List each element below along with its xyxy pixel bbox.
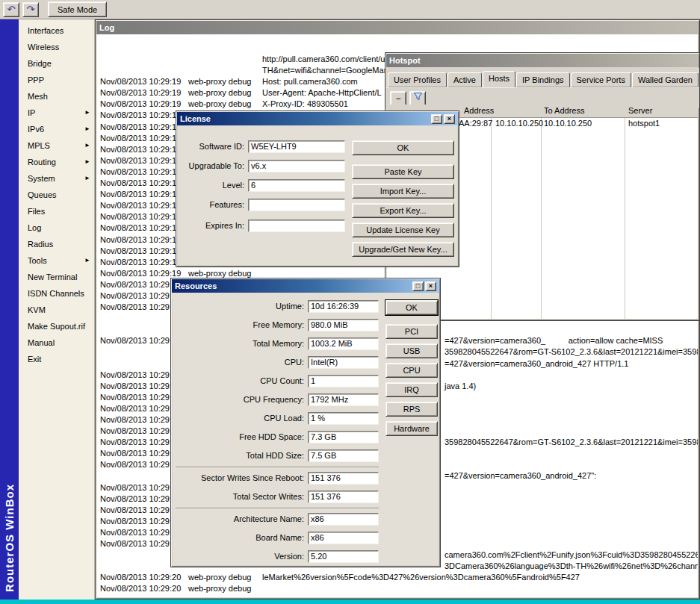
field-value[interactable]: 7.5 GB — [308, 449, 379, 462]
sidebar-item[interactable]: ISDN Channels — [19, 285, 94, 302]
dialog-button[interactable]: USB — [385, 343, 438, 358]
hotspot-tab[interactable]: Walled Garden — [632, 72, 699, 87]
field-label: CPU Count: — [176, 376, 304, 385]
dialog-button[interactable]: OK — [385, 300, 438, 315]
sidebar-item[interactable]: Log — [19, 220, 94, 236]
dialog-button[interactable]: PCI — [385, 324, 438, 339]
sidebar-item[interactable]: IPv6 ► — [19, 121, 94, 137]
dialog-button[interactable]: Hardware — [385, 421, 438, 436]
field-label: Architecture Name: — [176, 514, 304, 523]
field-label: Board Name: — [176, 533, 304, 542]
sidebar-item[interactable]: Routing ► — [19, 154, 94, 170]
window-control-button[interactable]: × — [425, 281, 436, 291]
sidebar-item[interactable]: IP ► — [19, 105, 94, 121]
field-value[interactable]: 1792 MHz — [308, 393, 379, 406]
submenu-arrow-icon: ► — [84, 170, 90, 187]
log-row[interactable]: Nov/08/2013 10:29:20 web-proxy debug leM… — [97, 572, 698, 583]
column-header[interactable]: Server — [628, 106, 652, 115]
field-value[interactable]: 6 — [248, 179, 345, 192]
sidebar-item[interactable]: Manual — [19, 334, 94, 351]
dialog-button[interactable]: CPU — [385, 363, 438, 378]
title-bar[interactable]: License □× — [177, 112, 458, 125]
sidebar-item-label: ISDN Channels — [28, 289, 84, 298]
resources-dialog: Resources □× Uptime: 10d 16:26:39 Free M… — [170, 278, 441, 567]
sidebar-item[interactable]: MPLS ► — [19, 137, 94, 154]
field-value[interactable]: 7.3 GB — [308, 431, 379, 443]
hotspot-tab[interactable]: Active — [447, 72, 482, 87]
redo-button[interactable]: ↷ — [22, 2, 39, 17]
field-value[interactable]: 1003.2 MiB — [308, 337, 379, 350]
log-message-fragment: =427&version=camera360_android_427": — [445, 471, 596, 480]
column-separator — [625, 105, 625, 319]
field-value[interactable]: Intel(R) — [308, 356, 379, 369]
sidebar-item[interactable]: Bridge — [19, 55, 94, 72]
log-date: Nov/08/2013 10:35:38 — [100, 596, 181, 598]
safe-mode-button[interactable]: Safe Mode — [48, 1, 107, 17]
sidebar-item[interactable]: Queues — [19, 187, 94, 203]
field-value[interactable]: 1 % — [308, 412, 379, 425]
sidebar-item[interactable]: Exit — [19, 351, 94, 367]
log-date: Nov/08/2013 10:29:19 — [100, 145, 181, 154]
sidebar-item[interactable]: New Terminal — [19, 269, 94, 285]
field-value[interactable]: 151 376 — [308, 472, 379, 485]
sidebar-item[interactable]: Wireless — [19, 39, 94, 55]
field-value[interactable]: x86 — [308, 532, 379, 544]
dialog-button[interactable]: Export Key... — [352, 203, 454, 218]
column-header[interactable]: Address — [464, 106, 494, 115]
hotspot-tab[interactable]: Hosts — [483, 71, 515, 87]
field-value[interactable]: W5EY-LHT9 — [248, 140, 345, 153]
field-value[interactable] — [248, 199, 345, 211]
title-bar[interactable]: Hotspot — [386, 54, 699, 67]
title-bar[interactable]: Resources □× — [172, 279, 439, 293]
sidebar-item[interactable]: KVM — [19, 302, 94, 318]
field-label: Total HDD Size: — [176, 451, 304, 460]
field-value[interactable]: v6.x — [248, 160, 345, 172]
undo-button[interactable]: ↶ — [3, 2, 19, 17]
title-bar[interactable]: Log — [96, 21, 699, 34]
log-row[interactable]: Nov/08/2013 10:29:20 web-proxy debug — [97, 583, 698, 594]
log-topics: web-proxy debug — [188, 573, 251, 582]
dialog-button[interactable]: Update License Key — [352, 222, 454, 237]
field-value[interactable]: 151 376 — [308, 491, 379, 503]
dialog-button[interactable]: OK — [352, 140, 454, 155]
field-value[interactable]: 10d 16:26:39 — [308, 300, 379, 313]
column-header[interactable]: To Address — [544, 106, 584, 115]
license-body: Software ID: W5EY-LHT9 Upgradable To: v6… — [178, 125, 457, 265]
sidebar-item-label: IPv6 — [28, 125, 44, 134]
field-value[interactable]: 5.20 — [308, 550, 379, 563]
filter-button[interactable] — [409, 91, 426, 106]
remove-button[interactable]: − — [390, 91, 406, 106]
sidebar-item[interactable]: Files — [19, 203, 94, 220]
license-dialog: License □× Software ID: W5EY-LHT9 Upgrad… — [176, 110, 459, 267]
sidebar-item[interactable]: Mesh — [19, 88, 94, 105]
field-value[interactable]: x86 — [308, 513, 379, 526]
hotspot-tab[interactable]: IP Bindings — [516, 72, 569, 87]
field-value[interactable]: 1 — [308, 375, 379, 387]
log-message-fragment: 3DCamera360%26language%3Dth-TH%26wifi%26… — [445, 561, 698, 570]
window-control-button[interactable]: □ — [412, 281, 424, 291]
dialog-button[interactable]: Paste Key — [352, 164, 454, 179]
form-field: Version: 5.20 — [176, 550, 436, 563]
sidebar-item[interactable]: Make Supout.rif — [19, 318, 94, 334]
window-control-button[interactable]: × — [444, 114, 455, 124]
dialog-button[interactable]: Import Key... — [352, 184, 454, 199]
sidebar-item[interactable]: PPP — [19, 72, 94, 88]
field-label: Total Sector Writes: — [176, 492, 304, 501]
field-label: Uptime: — [176, 302, 304, 311]
field-value[interactable]: 980.0 MiB — [308, 319, 379, 331]
log-message: TH&net=wifi&channel=GoogleMark — [262, 66, 391, 75]
log-date: Nov/08/2013 10:29:19 — [100, 134, 181, 143]
hotspot-tab[interactable]: User Profiles — [388, 72, 447, 87]
dialog-button[interactable]: Upgrade/Get New Key... — [352, 242, 454, 257]
sidebar-item-label: Mesh — [28, 92, 48, 101]
sidebar-item[interactable]: Interfaces — [19, 22, 94, 39]
dialog-button[interactable]: IRQ — [385, 382, 438, 397]
hotspot-tab[interactable]: Service Ports — [571, 72, 631, 87]
field-value[interactable] — [248, 220, 345, 232]
sidebar-item[interactable]: System ► — [19, 170, 94, 187]
dialog-button[interactable]: RPS — [385, 402, 438, 417]
sidebar-item[interactable]: Tools ► — [19, 252, 94, 269]
sidebar-item[interactable]: Radius — [19, 236, 94, 252]
log-row[interactable]: Nov/08/2013 10:35:38 system info account… — [97, 595, 698, 598]
window-control-button[interactable]: □ — [431, 114, 442, 124]
